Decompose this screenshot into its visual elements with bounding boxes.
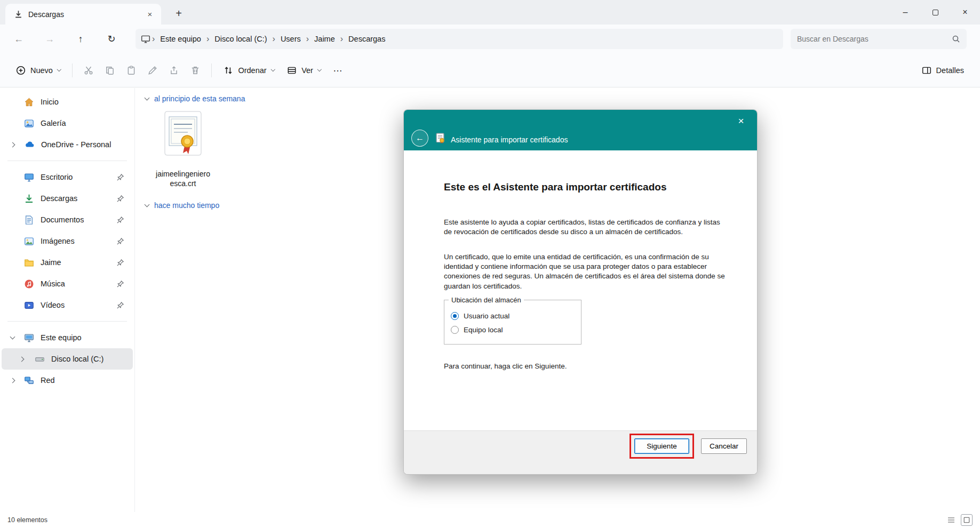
radio-current-user[interactable]: Usuario actual	[451, 309, 581, 323]
cancel-button[interactable]: Cancelar	[701, 438, 747, 454]
gallery-icon	[24, 118, 34, 129]
pictures-icon	[24, 236, 34, 246]
sidebar-item-videos[interactable]: Vídeos	[2, 294, 133, 316]
breadcrumb-descargas[interactable]: Descargas	[345, 33, 389, 45]
group-header-this-week[interactable]: al principio de esta semana	[145, 94, 245, 103]
copy-icon	[105, 66, 115, 75]
videos-icon	[24, 300, 34, 310]
details-button[interactable]: Detalles	[915, 60, 970, 81]
sidebar-item-inicio[interactable]: Inicio	[2, 91, 133, 113]
desktop-icon	[24, 172, 34, 182]
sidebar-item-label: Música	[41, 279, 65, 288]
sidebar-item-label: Jaime	[41, 258, 61, 267]
delete-button[interactable]	[185, 60, 206, 81]
back-button[interactable]: ←	[10, 30, 28, 48]
forward-button[interactable]: →	[41, 30, 59, 48]
group-header-long-ago[interactable]: hace mucho tiempo	[145, 201, 219, 210]
sidebar-item-label: Este equipo	[41, 333, 82, 342]
list-view-icon	[947, 516, 955, 524]
sidebar-item-descargas[interactable]: Descargas	[2, 188, 133, 209]
dialog-close-button[interactable]: ×	[731, 113, 751, 129]
file-tile-certificate[interactable]: jaimeelingeniero esca.crt	[150, 108, 216, 188]
radio-unselected-icon[interactable]	[451, 326, 459, 334]
wizard-intro-text: Este asistente lo ayuda a copiar certifi…	[444, 218, 728, 237]
sidebar-item-este-equipo[interactable]: Este equipo	[2, 327, 133, 348]
chevron-right-icon[interactable]	[10, 378, 15, 383]
breadcrumb-separator-icon: ›	[271, 34, 277, 44]
new-button[interactable]: Nuevo	[10, 60, 67, 81]
minimize-button[interactable]: –	[890, 0, 920, 25]
certificate-file-icon	[157, 108, 209, 159]
sidebar-item-label: Documentos	[41, 215, 84, 224]
music-icon	[24, 279, 34, 289]
search-icon[interactable]	[952, 35, 960, 43]
sidebar-item-musica[interactable]: Música	[2, 273, 133, 294]
close-window-button[interactable]: ×	[950, 0, 980, 25]
sidebar-item-imagenes[interactable]: Imágenes	[2, 230, 133, 252]
pin-icon	[116, 259, 124, 267]
up-button[interactable]: ↑	[71, 30, 90, 48]
breadcrumb-separator-icon: ›	[150, 34, 156, 44]
documents-icon	[24, 215, 34, 225]
new-tab-button[interactable]: +	[171, 5, 187, 21]
store-location-label: Ubicación del almacén	[449, 295, 524, 305]
cut-button[interactable]	[78, 60, 99, 81]
radio-local-machine[interactable]: Equipo local	[451, 323, 581, 337]
this-pc-icon	[24, 333, 34, 343]
paste-icon	[126, 66, 136, 75]
sidebar-item-label: Escritorio	[41, 173, 73, 181]
sidebar-item-documentos[interactable]: Documentos	[2, 209, 133, 230]
breadcrumb-disco-local[interactable]: Disco local (C:)	[211, 33, 270, 45]
chevron-down-icon	[57, 67, 61, 71]
pin-icon	[116, 216, 124, 224]
pin-icon	[116, 195, 124, 203]
continue-hint-text: Para continuar, haga clic en Siguiente.	[444, 362, 730, 371]
address-bar[interactable]: › Este equipo › Disco local (C:) › Users…	[136, 29, 783, 49]
search-input[interactable]	[797, 35, 952, 43]
refresh-button[interactable]: ↻	[102, 30, 121, 48]
copy-button[interactable]	[99, 60, 121, 81]
file-name: jaimeelingeniero esca.crt	[150, 169, 216, 188]
sidebar-item-escritorio[interactable]: Escritorio	[2, 166, 133, 188]
view-button-label: Ver	[301, 66, 313, 75]
radio-selected-icon[interactable]	[451, 312, 459, 320]
sidebar-item-onedrive[interactable]: OneDrive - Personal	[2, 134, 133, 155]
chevron-down-icon[interactable]	[10, 334, 15, 340]
plus-circle-icon	[16, 66, 26, 75]
share-button[interactable]	[163, 60, 185, 81]
sidebar-item-red[interactable]: Red	[2, 370, 133, 391]
new-button-label: Nuevo	[30, 66, 53, 75]
thumbnail-view-button[interactable]	[961, 514, 973, 526]
tab-bar: Descargas × + – ×	[0, 0, 980, 25]
sort-button[interactable]: Ordenar	[217, 60, 281, 81]
thumbnail-view-icon	[963, 516, 970, 524]
tab-close-icon[interactable]: ×	[143, 7, 157, 21]
network-icon	[24, 375, 34, 386]
breadcrumb-este-equipo[interactable]: Este equipo	[156, 33, 205, 45]
group-header-label: hace mucho tiempo	[154, 201, 219, 210]
breadcrumb-users[interactable]: Users	[277, 33, 305, 45]
certificate-import-wizard-dialog: × ← Asistente para importar certificados…	[403, 109, 758, 475]
chevron-right-icon[interactable]	[19, 356, 25, 362]
rename-button[interactable]	[142, 60, 163, 81]
dialog-back-button[interactable]: ←	[411, 130, 428, 147]
chevron-right-icon[interactable]	[10, 142, 15, 147]
list-view-button[interactable]	[945, 514, 957, 526]
breadcrumb-jaime[interactable]: Jaime	[310, 33, 339, 45]
sidebar-item-galeria[interactable]: Galería	[2, 113, 133, 134]
sidebar-item-label: Red	[41, 376, 55, 385]
more-options-button[interactable]: …	[327, 60, 348, 81]
navigation-bar: ← → ↑ ↻ › Este equipo › Disco local (C:)…	[0, 25, 980, 53]
sidebar-item-jaime[interactable]: Jaime	[2, 252, 133, 273]
drive-icon	[35, 354, 45, 364]
tab-descargas[interactable]: Descargas ×	[5, 4, 161, 25]
statusbar-view-toggles	[945, 514, 973, 526]
next-button[interactable]: Siguiente	[634, 438, 689, 454]
pin-icon	[116, 237, 124, 245]
breadcrumb-separator-icon: ›	[205, 34, 211, 44]
view-button[interactable]: Ver	[281, 60, 327, 81]
sidebar-item-disco-local[interactable]: Disco local (C:)	[2, 348, 133, 370]
toolbar-separator	[72, 63, 73, 77]
maximize-button[interactable]	[920, 0, 950, 25]
paste-button[interactable]	[121, 60, 142, 81]
